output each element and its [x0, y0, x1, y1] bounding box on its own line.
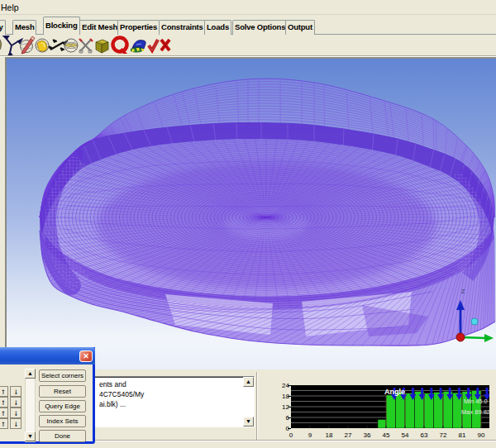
svg-text:Angle: Angle: [384, 388, 405, 396]
svg-text:Z: Z: [461, 288, 465, 294]
svg-text:Min 45.0: Min 45.0: [464, 398, 488, 405]
svg-text:Max 89.82: Max 89.82: [461, 408, 489, 416]
